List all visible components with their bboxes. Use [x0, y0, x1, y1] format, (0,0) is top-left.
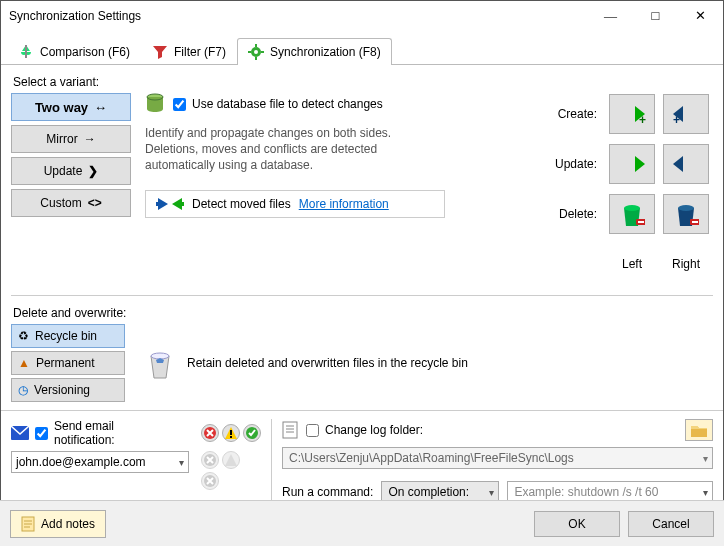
delete-mode-label: Recycle bin: [35, 329, 97, 343]
right-column-label: Right: [663, 257, 709, 271]
create-left-button[interactable]: +: [609, 94, 655, 134]
notify-error-off2[interactable]: [201, 472, 219, 490]
use-database-label: Use database file to detect changes: [192, 97, 383, 111]
cancel-button[interactable]: Cancel: [628, 511, 714, 537]
variant-label: Mirror: [46, 132, 77, 146]
variant-heading: Select a variant:: [13, 75, 713, 89]
ok-label: OK: [568, 517, 585, 531]
svg-point-11: [624, 205, 640, 211]
tab-label: Comparison (F6): [40, 45, 130, 59]
ok-button[interactable]: OK: [534, 511, 620, 537]
clock-icon: ◷: [18, 383, 28, 397]
svg-text:+: +: [673, 113, 680, 126]
svg-point-14: [678, 205, 694, 211]
variant-custom[interactable]: Custom<>: [11, 189, 131, 217]
run-command-when-value: On completion:: [388, 485, 469, 499]
log-path-combo[interactable]: C:\Users\Zenju\AppData\Roaming\FreeFileS…: [282, 447, 713, 469]
browse-log-folder-button[interactable]: [685, 419, 713, 441]
variant-label: Update: [44, 164, 83, 178]
titlebar: Synchronization Settings — □ ✕: [1, 1, 723, 31]
delete-mode-recycle[interactable]: ♻ Recycle bin: [11, 324, 125, 348]
recycle-bin-icon: [145, 346, 175, 380]
delete-label: Delete:: [547, 207, 601, 221]
run-command-placeholder: Example: shutdown /s /t 60: [514, 485, 658, 499]
delete-right-button[interactable]: [663, 194, 709, 234]
use-database-input[interactable]: [173, 98, 186, 111]
email-address-value: john.doe@example.com: [16, 455, 146, 469]
update-right-button[interactable]: [663, 144, 709, 184]
minimize-button[interactable]: —: [588, 1, 633, 31]
dialog-footer: Add notes OK Cancel: [0, 500, 724, 546]
delete-mode-label: Permanent: [36, 356, 95, 370]
log-icon: [282, 421, 298, 439]
code-icon: <>: [88, 196, 102, 210]
detect-moved-label: Detect moved files: [192, 197, 291, 211]
notify-error-toggle[interactable]: [201, 424, 219, 442]
notify-success-toggle[interactable]: [243, 424, 261, 442]
chevron-down-icon: ▾: [179, 457, 184, 468]
tab-bar: Comparison (F6) Filter (F7) Synchronizat…: [1, 31, 723, 65]
delete-mode-description: Retain deleted and overwritten files in …: [187, 356, 468, 370]
two-way-arrow-icon: ↔: [94, 100, 107, 115]
variant-two-way[interactable]: Two way↔: [11, 93, 131, 121]
close-button[interactable]: ✕: [678, 1, 723, 31]
delete-mode-list: ♻ Recycle bin ▲ Permanent ◷ Versioning: [11, 324, 125, 402]
delete-mode-versioning[interactable]: ◷ Versioning: [11, 378, 125, 402]
add-notes-label: Add notes: [41, 517, 95, 531]
variant-mirror[interactable]: Mirror→: [11, 125, 131, 153]
svg-rect-21: [230, 436, 232, 438]
variant-description: Identify and propagate changes on both s…: [145, 125, 405, 174]
send-email-input[interactable]: [35, 427, 48, 440]
maximize-button[interactable]: □: [633, 1, 678, 31]
svg-rect-13: [638, 221, 644, 223]
gear-icon: [248, 44, 264, 60]
svg-rect-5: [248, 51, 251, 53]
send-email-checkbox[interactable]: Send email notification:: [35, 419, 177, 447]
tab-comparison[interactable]: Comparison (F6): [7, 38, 141, 65]
send-email-label: Send email notification:: [54, 419, 177, 447]
add-notes-button[interactable]: Add notes: [10, 510, 106, 538]
update-left-button[interactable]: [609, 144, 655, 184]
notify-error-off[interactable]: [201, 451, 219, 469]
log-path-value: C:\Users\Zenju\AppData\Roaming\FreeFileS…: [289, 451, 574, 465]
left-right-arrows-icon: [156, 197, 184, 211]
create-right-button[interactable]: +: [663, 94, 709, 134]
use-database-checkbox[interactable]: Use database file to detect changes: [173, 97, 383, 111]
svg-rect-3: [255, 44, 257, 47]
variant-update[interactable]: Update❯: [11, 157, 131, 185]
variant-label: Custom: [40, 196, 81, 210]
variant-list: Two way↔ Mirror→ Update❯ Custom<>: [11, 93, 131, 285]
left-column-label: Left: [609, 257, 655, 271]
change-log-folder-input[interactable]: [306, 424, 319, 437]
more-information-link[interactable]: More information: [299, 197, 389, 211]
notify-warning-toggle[interactable]: [222, 424, 240, 442]
create-label: Create:: [547, 107, 601, 121]
delete-left-button[interactable]: [609, 194, 655, 234]
mail-icon: [11, 426, 29, 440]
balance-icon: [18, 44, 34, 60]
update-label: Update:: [547, 157, 601, 171]
tab-filter[interactable]: Filter (F7): [141, 38, 237, 65]
chevron-down-icon: ▾: [703, 487, 708, 498]
run-command-label: Run a command:: [282, 485, 373, 499]
change-log-folder-checkbox[interactable]: Change log folder:: [306, 423, 423, 437]
svg-rect-0: [25, 45, 27, 58]
fire-icon: ▲: [18, 356, 30, 370]
delete-mode-permanent[interactable]: ▲ Permanent: [11, 351, 125, 375]
notify-warning-off[interactable]: [222, 451, 240, 469]
right-arrow-icon: →: [84, 132, 96, 146]
tab-synchronization[interactable]: Synchronization (F8): [237, 38, 392, 65]
svg-point-2: [254, 50, 258, 54]
detect-moved-panel: Detect moved files More information: [145, 190, 445, 218]
change-log-folder-label: Change log folder:: [325, 423, 423, 437]
chevron-down-icon: ▾: [489, 487, 494, 498]
svg-text:+: +: [639, 113, 646, 126]
svg-rect-25: [283, 422, 297, 438]
delete-mode-label: Versioning: [34, 383, 90, 397]
svg-rect-16: [692, 221, 698, 223]
email-address-combo[interactable]: john.doe@example.com ▾: [11, 451, 189, 473]
tab-label: Filter (F7): [174, 45, 226, 59]
delete-overwrite-heading: Delete and overwrite:: [13, 306, 713, 320]
chevron-right-icon: ❯: [88, 164, 98, 178]
svg-rect-20: [230, 430, 232, 435]
